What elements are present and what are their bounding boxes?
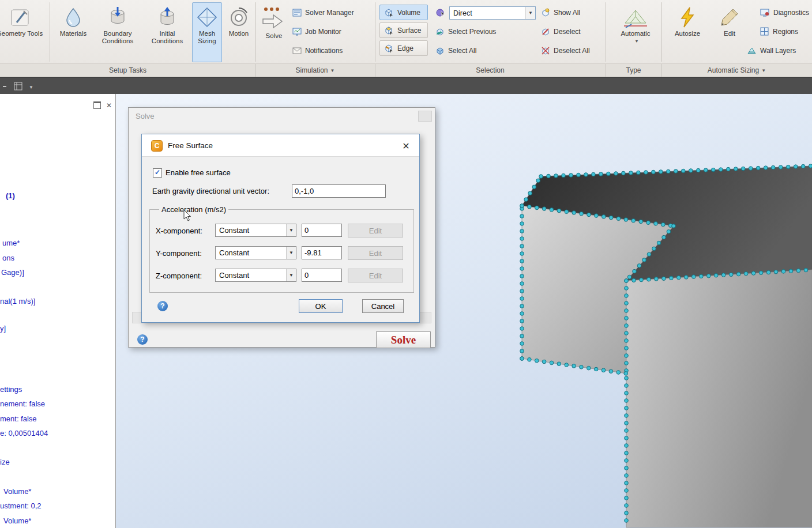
selected-edge-dot[interactable] bbox=[520, 289, 524, 293]
solve-dialog-close-button[interactable] bbox=[418, 111, 432, 122]
tree-item[interactable]: nal(1 m/s)] bbox=[0, 297, 35, 306]
selected-edge-dot[interactable] bbox=[616, 371, 621, 375]
selected-edge-dot[interactable] bbox=[741, 167, 745, 171]
selected-edge-dot[interactable] bbox=[647, 277, 651, 281]
selected-edge-dot[interactable] bbox=[542, 360, 546, 364]
selected-edge-dot[interactable] bbox=[632, 278, 636, 282]
tree-item[interactable]: ize bbox=[0, 458, 10, 466]
selected-edge-dot[interactable] bbox=[602, 368, 606, 372]
tree-item[interactable]: ons bbox=[2, 254, 14, 262]
selected-edge-dot[interactable] bbox=[520, 244, 524, 248]
selected-edge-dot[interactable] bbox=[744, 271, 748, 276]
selected-edge-dot[interactable] bbox=[751, 271, 755, 276]
selected-edge-dot[interactable] bbox=[749, 167, 753, 171]
selected-edge-dot[interactable] bbox=[804, 268, 808, 272]
selected-edge-dot[interactable] bbox=[633, 269, 637, 273]
selected-edge-dot[interactable] bbox=[721, 273, 725, 277]
edit-button[interactable]: Edit bbox=[715, 2, 744, 62]
close-panel-icon[interactable]: ✕ bbox=[106, 102, 112, 109]
selected-edge-dot[interactable] bbox=[667, 169, 671, 174]
automatic-type-button[interactable]: Automatic ▼ bbox=[610, 2, 661, 62]
component-edit-button[interactable]: Edit bbox=[348, 246, 403, 260]
selected-edge-dot[interactable] bbox=[712, 168, 716, 172]
toolbar-dropdown-icon[interactable]: ▼ bbox=[29, 85, 33, 90]
selected-edge-dot[interactable] bbox=[520, 237, 524, 241]
selected-edge-dot[interactable] bbox=[625, 489, 629, 493]
selected-edge-dot[interactable] bbox=[520, 214, 524, 218]
selected-edge-dot[interactable] bbox=[580, 365, 584, 369]
geometry-tools-button[interactable]: Geometry Tools bbox=[0, 2, 45, 62]
selected-edge-dot[interactable] bbox=[627, 275, 631, 279]
selected-edge-dot[interactable] bbox=[794, 165, 798, 169]
selected-edge-dot[interactable] bbox=[682, 169, 686, 173]
deselect-button[interactable]: Deselect bbox=[541, 25, 581, 39]
selected-edge-dot[interactable] bbox=[532, 185, 536, 189]
selected-edge-dot[interactable] bbox=[674, 169, 678, 174]
solver-manager-button[interactable]: Solver Manager bbox=[292, 6, 354, 20]
view-table-icon[interactable] bbox=[14, 82, 22, 90]
tree-item[interactable]: nement: false bbox=[0, 399, 45, 408]
selected-edge-dot[interactable] bbox=[625, 406, 629, 410]
selected-edge-dot[interactable] bbox=[756, 166, 760, 170]
autosize-button[interactable]: Autosize bbox=[666, 2, 709, 62]
help-icon[interactable]: ? bbox=[137, 334, 148, 345]
selected-edge-dot[interactable] bbox=[624, 218, 628, 222]
selected-edge-dot[interactable] bbox=[640, 278, 644, 282]
notifications-button[interactable]: Notifications bbox=[292, 44, 343, 58]
selected-edge-dot[interactable] bbox=[520, 259, 524, 263]
mesh-sizing-button[interactable]: Mesh Sizing bbox=[192, 2, 222, 62]
selected-edge-dot[interactable] bbox=[667, 230, 671, 234]
tree-item[interactable]: Volume* bbox=[3, 516, 31, 525]
selected-edge-dot[interactable] bbox=[779, 165, 783, 169]
selected-edge-dot[interactable] bbox=[625, 309, 629, 313]
selected-edge-dot[interactable] bbox=[672, 224, 676, 228]
selected-edge-dot[interactable] bbox=[565, 210, 569, 214]
deselect-all-button[interactable]: Deselect All bbox=[541, 44, 590, 58]
help-icon[interactable]: ? bbox=[157, 301, 168, 311]
selected-edge-dot[interactable] bbox=[584, 173, 588, 177]
component-value-input[interactable] bbox=[302, 269, 342, 282]
tree-item[interactable]: ettings bbox=[0, 385, 22, 394]
selected-edge-dot[interactable] bbox=[734, 167, 738, 171]
selected-edge-dot[interactable] bbox=[625, 376, 629, 380]
selected-edge-dot[interactable] bbox=[577, 173, 581, 177]
selected-edge-dot[interactable] bbox=[625, 481, 629, 485]
selected-edge-dot[interactable] bbox=[539, 175, 543, 179]
selected-edge-dot[interactable] bbox=[625, 466, 629, 470]
selected-edge-dot[interactable] bbox=[789, 269, 793, 273]
selected-edge-dot[interactable] bbox=[629, 171, 633, 175]
selected-edge-dot[interactable] bbox=[625, 414, 629, 418]
selected-edge-dot[interactable] bbox=[625, 421, 629, 425]
selected-edge-dot[interactable] bbox=[535, 206, 539, 210]
tree-item[interactable]: ment: false bbox=[0, 414, 37, 423]
selected-edge-dot[interactable] bbox=[520, 304, 524, 308]
selected-edge-dot[interactable] bbox=[616, 217, 621, 221]
selected-edge-dot[interactable] bbox=[580, 212, 584, 216]
selected-edge-dot[interactable] bbox=[528, 205, 532, 209]
solve-button-ribbon[interactable]: Solve bbox=[260, 2, 288, 62]
selected-edge-dot[interactable] bbox=[704, 168, 708, 172]
diagnostics-button[interactable]: Diagnostics bbox=[760, 6, 809, 20]
selected-edge-dot[interactable] bbox=[727, 167, 731, 171]
selected-edge-dot[interactable] bbox=[646, 221, 651, 225]
enable-free-surface-checkbox[interactable]: ✓ bbox=[153, 168, 162, 178]
selected-edge-dot[interactable] bbox=[625, 474, 629, 478]
selected-edge-dot[interactable] bbox=[536, 179, 540, 183]
gravity-vector-input[interactable] bbox=[292, 184, 386, 198]
selected-edge-dot[interactable] bbox=[625, 286, 629, 291]
selected-edge-dot[interactable] bbox=[609, 216, 613, 220]
selected-edge-dot[interactable] bbox=[550, 208, 554, 212]
selected-edge-dot[interactable] bbox=[557, 209, 561, 213]
selected-edge-dot[interactable] bbox=[766, 270, 770, 274]
selected-edge-dot[interactable] bbox=[625, 294, 629, 298]
selected-edge-dot[interactable] bbox=[599, 172, 603, 176]
selected-edge-dot[interactable] bbox=[662, 235, 666, 239]
selected-edge-dot[interactable] bbox=[652, 247, 656, 251]
selected-edge-dot[interactable] bbox=[714, 274, 718, 278]
selected-edge-dot[interactable] bbox=[625, 316, 629, 320]
show-all-button[interactable]: Show All bbox=[541, 6, 580, 20]
solve-run-button[interactable]: Solve bbox=[376, 331, 431, 348]
selected-edge-dot[interactable] bbox=[685, 276, 689, 280]
selected-edge-dot[interactable] bbox=[764, 166, 768, 170]
materials-button[interactable]: Materials bbox=[55, 2, 91, 62]
